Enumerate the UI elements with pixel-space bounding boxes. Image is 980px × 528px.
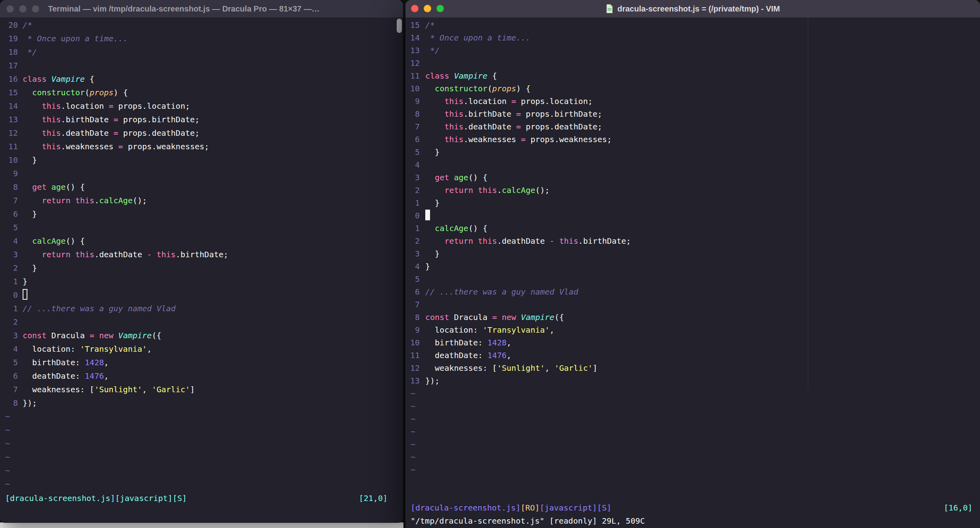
code-line[interactable]: 1} xyxy=(0,275,395,288)
terminal-vim-buffer[interactable]: 20/*19 * Once upon a time...18 */1716cla… xyxy=(0,18,395,491)
code-line[interactable]: 7 this.deathDate = props.deathDate; xyxy=(405,120,972,133)
line-number: 6 xyxy=(0,369,18,383)
line-number: 15 xyxy=(0,86,18,99)
code-line[interactable]: 10 } xyxy=(0,153,395,167)
vim-cursor xyxy=(23,289,27,300)
code-line[interactable]: 1 } xyxy=(405,197,972,209)
line-number: 12 xyxy=(405,57,420,69)
code-line[interactable]: 2 return this.deathDate - this.birthDate… xyxy=(405,235,972,247)
line-number: 8 xyxy=(405,108,420,120)
document-icon xyxy=(606,4,613,13)
minimize-button[interactable] xyxy=(19,5,27,13)
window-controls xyxy=(6,5,39,13)
empty-line: ~ xyxy=(405,400,972,412)
code-line[interactable]: 8}); xyxy=(0,396,395,410)
code-line[interactable]: 6 this.weaknesses = props.weaknesses; xyxy=(405,133,972,146)
terminal-titlebar[interactable]: Terminal — vim /tmp/dracula-screenshot.j… xyxy=(0,0,403,17)
code-line[interactable]: 0 xyxy=(405,209,972,222)
code-line[interactable]: 1 calcAge() { xyxy=(405,222,972,235)
code-line[interactable]: 15/* xyxy=(405,19,972,31)
macvim-titlebar[interactable]: dracula-screenshot.js = (/private/tmp) -… xyxy=(405,0,980,17)
code-line[interactable]: 4} xyxy=(405,260,972,273)
code-line[interactable]: 20/* xyxy=(0,18,395,32)
line-number: 5 xyxy=(405,273,420,285)
line-number: 4 xyxy=(0,234,18,248)
macvim-buffer[interactable]: 15/*14 * Once upon a time...13 */1211cla… xyxy=(405,19,972,476)
code-line[interactable]: 7 xyxy=(405,298,972,311)
line-number: 5 xyxy=(405,146,420,158)
line-number: 8 xyxy=(0,180,18,194)
code-line[interactable]: 5 } xyxy=(405,146,972,158)
code-line[interactable]: 4 calcAge() { xyxy=(0,234,395,248)
line-number: 3 xyxy=(405,171,420,184)
line-number: 9 xyxy=(405,95,420,108)
code-line[interactable]: 2 return this.calcAge(); xyxy=(405,184,972,197)
code-line[interactable]: 9 this.location = props.location; xyxy=(405,95,972,108)
code-line[interactable]: 8const Dracula = new Vampire({ xyxy=(405,311,972,324)
code-line[interactable]: 6// ...there was a guy named Vlad xyxy=(405,285,972,298)
code-line[interactable]: 7 weaknesses: ['Sunlight', 'Garlic'] xyxy=(0,383,395,396)
code-line[interactable]: 14 this.location = props.location; xyxy=(0,99,395,113)
code-line[interactable]: 4 xyxy=(405,158,972,171)
zoom-button[interactable] xyxy=(436,5,444,12)
code-line[interactable]: 10 constructor(props) { xyxy=(405,82,972,95)
code-line[interactable]: 6 deathDate: 1476, xyxy=(0,369,395,383)
code-line[interactable]: 0 xyxy=(0,288,395,302)
line-number: 11 xyxy=(405,349,420,362)
line-number: 5 xyxy=(0,356,18,369)
code-line[interactable]: 8 this.birthDate = props.birthDate; xyxy=(405,108,972,120)
code-line[interactable]: 2 } xyxy=(0,261,395,275)
line-number: 3 xyxy=(0,248,18,261)
close-button[interactable] xyxy=(411,5,419,12)
code-line[interactable]: 3 return this.deathDate - this.birthDate… xyxy=(0,248,395,261)
code-line[interactable]: 11class Vampire { xyxy=(405,69,972,82)
code-line[interactable]: 9 xyxy=(0,167,395,180)
code-line[interactable]: 13}); xyxy=(405,374,972,387)
code-line[interactable]: 12 this.deathDate = props.deathDate; xyxy=(0,126,395,140)
code-line[interactable]: 5 birthDate: 1428, xyxy=(0,356,395,369)
zoom-button[interactable] xyxy=(32,5,39,13)
code-line[interactable]: 18 */ xyxy=(0,45,395,59)
vim-cursor xyxy=(425,210,430,220)
code-line[interactable]: 13 this.birthDate = props.birthDate; xyxy=(0,113,395,126)
terminal-vim-statusline: [dracula-screenshot.js][javascript][S] [… xyxy=(0,491,403,505)
line-number: 2 xyxy=(0,261,18,275)
code-line[interactable]: 14 * Once upon a time... xyxy=(405,31,972,44)
code-line[interactable]: 17 xyxy=(0,59,395,72)
code-line[interactable]: 8 get age() { xyxy=(0,180,395,194)
code-line[interactable]: 15 constructor(props) { xyxy=(0,86,395,99)
scrollbar-thumb[interactable] xyxy=(397,19,402,33)
line-number: 0 xyxy=(405,209,420,222)
code-line[interactable]: 6 } xyxy=(0,207,395,221)
code-line[interactable]: 12 weaknesses: ['Sunlight', 'Garlic'] xyxy=(405,362,972,374)
code-line[interactable]: 12 xyxy=(405,57,972,69)
line-number: 5 xyxy=(0,221,18,234)
code-line[interactable]: 11 deathDate: 1476, xyxy=(405,349,972,362)
code-line[interactable]: 11 this.weaknesses = props.weaknesses; xyxy=(0,140,395,153)
code-line[interactable]: 13 */ xyxy=(405,44,972,57)
empty-line: ~ xyxy=(405,425,972,438)
code-line[interactable]: 5 xyxy=(405,273,972,285)
code-line[interactable]: 10 birthDate: 1428, xyxy=(405,336,972,349)
line-number: 2 xyxy=(405,184,420,197)
code-line[interactable]: 16class Vampire { xyxy=(0,72,395,86)
code-line[interactable]: 5 xyxy=(0,221,395,234)
code-line[interactable]: 19 * Once upon a time... xyxy=(0,32,395,45)
line-number: 3 xyxy=(0,329,18,342)
line-number: 2 xyxy=(405,235,420,247)
code-line[interactable]: 2 xyxy=(0,315,395,329)
code-line[interactable]: 1// ...there was a guy named Vlad xyxy=(0,302,395,315)
code-line[interactable]: 4 location: 'Transylvania', xyxy=(0,342,395,356)
code-line[interactable]: 7 return this.calcAge(); xyxy=(0,194,395,207)
code-line[interactable]: 3 } xyxy=(405,247,972,260)
macvim-statusline: [dracula-screenshot.js][RO][javascript][… xyxy=(405,501,980,515)
line-number: 9 xyxy=(405,324,420,336)
desktop: Terminal — vim /tmp/dracula-screenshot.j… xyxy=(0,0,980,528)
code-line[interactable]: 3const Dracula = new Vampire({ xyxy=(0,329,395,342)
code-line[interactable]: 9 location: 'Transylvania', xyxy=(405,324,972,336)
code-line[interactable]: 3 get age() { xyxy=(405,171,972,184)
minimize-button[interactable] xyxy=(424,5,431,12)
close-button[interactable] xyxy=(6,5,14,13)
line-number: 7 xyxy=(405,120,420,133)
terminal-window-title: Terminal — vim /tmp/dracula-screenshot.j… xyxy=(48,4,397,13)
